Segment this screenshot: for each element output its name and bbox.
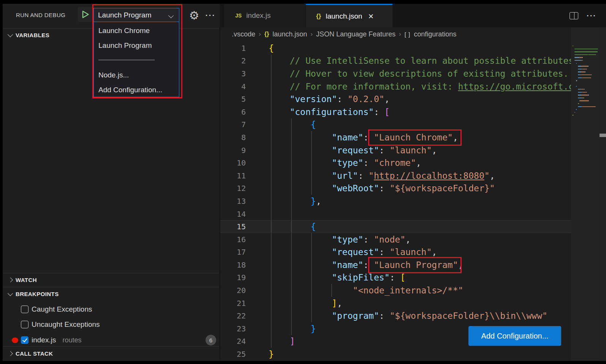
breakpoint-row[interactable]: index.jsroutes6 — [3, 332, 219, 348]
line-number: 4 — [220, 82, 253, 91]
minimap-code-line — [573, 115, 573, 115]
scrollbar-track[interactable] — [599, 27, 606, 361]
breadcrumb-item[interactable]: launch.json — [272, 30, 307, 38]
code-line[interactable]: 12 "webRoot": "${workspaceFolder}" — [220, 182, 571, 195]
minimap[interactable] — [571, 27, 599, 361]
section-label: CALL STACK — [16, 350, 53, 357]
code-line[interactable]: 8 "name": "Launch Chrome", — [220, 131, 571, 144]
dropdown-item-launch-program[interactable]: Launch Program — [98, 40, 152, 51]
start-debugging-button[interactable] — [78, 7, 92, 22]
code-line[interactable]: 9 "request": "launch", — [220, 144, 571, 157]
minimap-code-line — [578, 71, 581, 72]
minimap-code-line — [578, 106, 582, 107]
section-header-watch[interactable]: WATCH — [3, 273, 219, 287]
minimap-code-line — [584, 89, 585, 90]
minimap-code-line — [574, 49, 598, 49]
minimap-code-line — [581, 66, 588, 66]
code-line[interactable]: 16 "type": "node", — [220, 233, 571, 246]
breadcrumb-item[interactable]: .vscode — [232, 30, 255, 38]
breadcrumb[interactable]: .vscode›{}launch.json›JSON Language Feat… — [232, 27, 456, 41]
minimap-code-line — [578, 77, 582, 78]
breadcrumb-separator-icon: › — [399, 30, 401, 38]
line-number: 12 — [220, 184, 253, 193]
code-line[interactable]: 6 "configurations": [ — [220, 106, 571, 118]
minimap-code-line — [576, 86, 577, 87]
line-number: 11 — [220, 171, 253, 180]
section-label: VARIABLES — [16, 32, 49, 38]
tab-index-js[interactable]: JSindex.js — [224, 4, 306, 27]
line-number: 23 — [220, 324, 253, 333]
breadcrumb-item[interactable]: configurations — [414, 30, 456, 38]
code-line[interactable]: 5 "version": "0.2.0", — [220, 93, 571, 106]
breakpoint-row[interactable]: Caught Exceptions — [3, 302, 219, 317]
minimap-code-line — [576, 109, 577, 110]
code-text: } — [253, 324, 316, 334]
dropdown-item-launch-chrome[interactable]: Launch Chrome — [98, 25, 150, 36]
code-line[interactable]: 19 "skipFiles": [ — [220, 271, 571, 284]
code-line[interactable]: 25} — [220, 348, 571, 361]
code-line[interactable]: 14 — [220, 208, 571, 221]
code-text: { — [253, 43, 274, 53]
section-label: BREAKPOINTS — [16, 291, 59, 297]
line-number: 6 — [220, 107, 253, 117]
code-editor[interactable]: 1{2 // Use IntelliSense to learn about p… — [220, 42, 571, 361]
line-number: 21 — [220, 299, 253, 308]
section-header-breakpoints[interactable]: BREAKPOINTS — [3, 287, 219, 301]
code-line[interactable]: 13 }, — [220, 195, 571, 208]
breakpoint-count-badge: 6 — [206, 335, 216, 345]
editor-group: ··· JSindex.js{}launch.json× .vscode›{}l… — [220, 4, 606, 361]
checkbox-unchecked[interactable] — [21, 321, 28, 328]
gear-icon[interactable]: ⚙ — [186, 7, 202, 23]
checkbox-checked[interactable] — [21, 336, 28, 344]
code-text: }, — [253, 196, 321, 206]
code-text: "url": "http://localhost:8080", — [253, 171, 495, 181]
tab-launch-json[interactable]: {}launch.json× — [306, 4, 392, 27]
split-editor-icon[interactable] — [570, 12, 578, 19]
line-number: 1 — [220, 44, 253, 53]
dropdown-item-add-configuration[interactable]: Add Configuration... — [98, 84, 162, 96]
line-number: 19 — [220, 273, 253, 282]
code-line[interactable]: 18 "name": "Launch Program", — [220, 258, 571, 271]
minimap-code-line — [574, 51, 598, 52]
javascript-file-icon: JS — [235, 13, 242, 19]
code-line[interactable]: 20 "<node_internals>/**" — [220, 284, 571, 297]
debug-configuration-value: Launch Program — [98, 11, 151, 19]
close-icon[interactable]: × — [368, 11, 373, 22]
code-line[interactable]: 1{ — [220, 42, 571, 55]
breadcrumb-item[interactable]: JSON Language Features — [316, 30, 396, 38]
code-text: "version": "0.2.0", — [253, 94, 390, 104]
code-line[interactable]: 10 "type": "chrome", — [220, 156, 571, 169]
breakpoint-row[interactable]: Uncaught Exceptions — [3, 317, 219, 332]
minimap-code-line — [585, 71, 585, 72]
minimap-code-line — [574, 54, 589, 55]
editor-more-actions-icon[interactable]: ··· — [587, 11, 597, 20]
code-line[interactable]: 11 "url": "http://localhost:8080", — [220, 169, 571, 182]
line-number: 25 — [220, 350, 253, 359]
minimap-code-line — [584, 98, 584, 98]
add-configuration-button[interactable]: Add Configuration... — [468, 326, 561, 346]
debug-configuration-select[interactable]: Launch Program — [93, 8, 179, 22]
section-header-call-stack[interactable]: CALL STACK — [3, 347, 219, 360]
code-text: "request": "launch", — [253, 145, 437, 155]
line-number: 18 — [220, 260, 253, 269]
line-number: 8 — [220, 133, 253, 142]
code-line-current[interactable]: 15 { — [220, 220, 571, 233]
dropdown-item-node-js[interactable]: Node.js... — [98, 69, 129, 81]
scrollbar-marker — [600, 134, 606, 137]
checkbox-unchecked[interactable] — [21, 306, 28, 313]
line-number: 14 — [220, 210, 253, 219]
minimap-code-line — [582, 92, 586, 93]
code-line[interactable]: 2 // Use IntelliSense to learn about pos… — [220, 55, 571, 68]
breakpoint-label: Caught Exceptions — [32, 305, 92, 314]
line-number: 20 — [220, 286, 253, 295]
code-line[interactable]: 7 { — [220, 118, 571, 131]
dropdown-separator — [98, 60, 155, 60]
code-text: "program": "${workspaceFolder}\\bin\\www… — [253, 311, 547, 321]
minimap-code-line — [578, 66, 581, 66]
code-line[interactable]: 21 ], — [220, 297, 571, 310]
more-actions-icon[interactable]: ··· — [204, 9, 217, 21]
code-line[interactable]: 3 // Hover to view descriptions of exist… — [220, 67, 571, 80]
code-line[interactable]: 17 "request": "launch", — [220, 246, 571, 259]
code-line[interactable]: 4 // For more information, visit: https:… — [220, 80, 571, 93]
code-line[interactable]: 22 "program": "${workspaceFolder}\\bin\\… — [220, 309, 571, 322]
